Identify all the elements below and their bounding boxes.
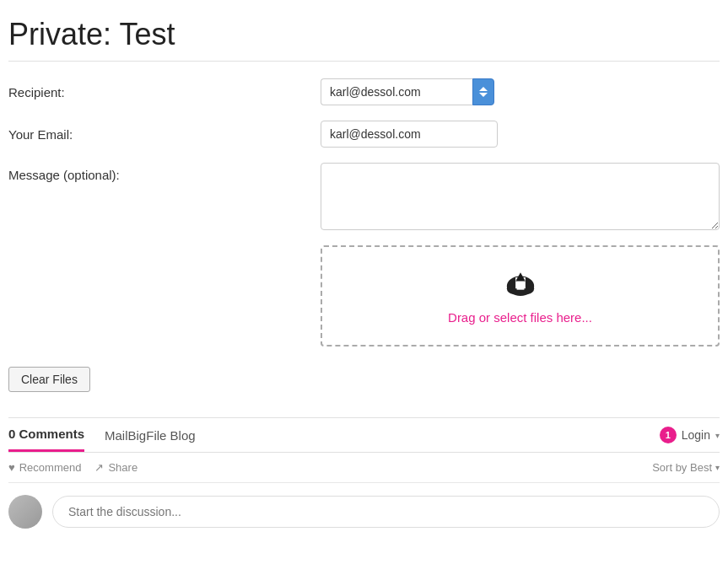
message-textarea[interactable]: [321, 163, 720, 230]
avatar-image: [8, 495, 42, 529]
login-badge: 1: [660, 427, 677, 443]
select-arrows-button[interactable]: [472, 78, 494, 105]
heart-icon: ♥: [8, 461, 15, 474]
comment-input-row: [8, 483, 720, 529]
comments-tabs: 0 Comments MailBigFile Blog 1 Login ▾: [8, 418, 720, 453]
upload-icon: [502, 268, 539, 305]
login-text: Login: [682, 428, 710, 442]
recommend-button[interactable]: ♥ Recommend: [8, 461, 81, 474]
form-section: Recipient: karl@dessol.com Your Email: M…: [8, 78, 720, 417]
login-button[interactable]: 1 Login ▾: [660, 427, 720, 443]
file-dropzone[interactable]: Drag or select files here...: [321, 245, 720, 346]
sort-label: Sort by Best: [652, 461, 712, 474]
your-email-label: Your Email:: [8, 127, 321, 142]
comments-section: 0 Comments MailBigFile Blog 1 Login ▾ ♥ …: [8, 417, 720, 529]
chevron-down-icon: ▾: [715, 431, 720, 440]
message-row: Message (optional):: [8, 163, 720, 230]
recommend-label: Recommend: [19, 461, 82, 474]
share-button[interactable]: ↗ Share: [94, 461, 138, 474]
page-title: Private: Test: [8, 17, 720, 52]
arrow-up-icon: [479, 87, 488, 91]
share-icon: ↗: [94, 461, 104, 474]
title-divider: [8, 61, 720, 62]
tab-mailbigfile-blog[interactable]: MailBigFile Blog: [105, 420, 196, 451]
comments-actions-bar: ♥ Recommend ↗ Share Sort by Best ▾: [8, 453, 720, 483]
recipient-label: Recipient:: [8, 85, 321, 99]
recipient-row: Recipient: karl@dessol.com: [8, 78, 720, 105]
tab-comments-label: 0 Comments: [8, 427, 84, 441]
sort-chevron-icon: ▾: [715, 463, 720, 472]
your-email-input[interactable]: [321, 121, 498, 148]
share-label: Share: [108, 461, 138, 474]
recipient-select[interactable]: karl@dessol.com: [321, 78, 472, 105]
svg-rect-5: [516, 279, 524, 289]
sort-button[interactable]: Sort by Best ▾: [652, 461, 720, 474]
arrow-down-icon: [479, 93, 488, 97]
tab-comments[interactable]: 0 Comments: [8, 418, 84, 452]
your-email-row: Your Email:: [8, 121, 720, 148]
tab-blog-label: MailBigFile Blog: [105, 428, 196, 443]
avatar: [8, 495, 42, 529]
clear-files-button[interactable]: Clear Files: [8, 367, 90, 392]
dropzone-text: Drag or select files here...: [448, 310, 592, 325]
recipient-wrapper: karl@dessol.com: [321, 78, 494, 105]
message-label: Message (optional):: [8, 163, 321, 182]
comment-input[interactable]: [52, 496, 720, 528]
